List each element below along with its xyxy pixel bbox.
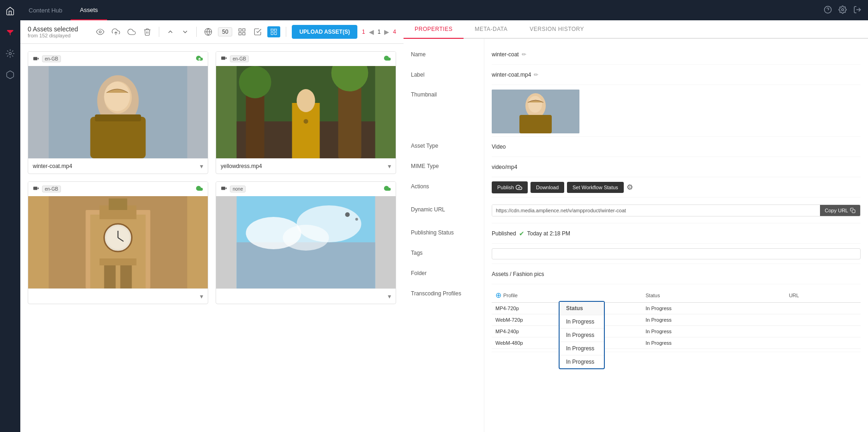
video-type-icon <box>33 55 39 63</box>
table-row: WebM-720p In Progress <box>492 314 861 326</box>
video-type-icon <box>221 185 227 193</box>
label-edit-icon[interactable]: ✏ <box>534 72 538 78</box>
add-profile-button[interactable]: ⊕ <box>495 291 501 300</box>
folder-row: Assets / Fashion pics <box>492 264 861 284</box>
tab-metadata[interactable]: META-DATA <box>464 20 518 39</box>
assets-tab[interactable]: Assets <box>71 0 107 20</box>
cloud-upload-icon <box>384 54 391 63</box>
asset-card[interactable]: en-GB yellowdress. <box>216 51 396 174</box>
toolbar-divider <box>159 27 159 37</box>
url-input-group: Copy URL <box>492 204 861 216</box>
svg-marker-38 <box>37 187 39 190</box>
asset-card-footer: winter-coat.mp4 ▾ <box>28 158 208 174</box>
help-icon[interactable] <box>824 6 832 15</box>
globe-icon[interactable] <box>202 26 214 38</box>
dropdown-item-3[interactable]: In Progress <box>560 342 604 355</box>
dropdown-item-4[interactable]: In Progress <box>560 355 604 368</box>
expand-icon[interactable]: ▾ <box>388 162 391 170</box>
svg-point-24 <box>104 82 130 111</box>
svg-rect-65 <box>852 210 856 213</box>
url-input[interactable] <box>492 205 820 216</box>
thumbnail-label: Thumbnail <box>404 85 484 136</box>
col-header-url: URL <box>785 288 861 303</box>
label-value: winter-coat.mp4 <box>492 72 531 78</box>
prev-page-btn[interactable]: ◀ <box>367 27 376 36</box>
tab-version-history[interactable]: VERSION HISTORY <box>518 20 595 39</box>
status-dropdown-popup: Status In Progress In Progress In Progre… <box>559 301 605 369</box>
svg-point-58 <box>345 212 350 217</box>
asset-type-row: Video <box>492 137 861 157</box>
delete-icon[interactable] <box>141 26 153 38</box>
label-label: Label <box>404 65 484 85</box>
download-button[interactable]: Download <box>530 182 564 193</box>
view-icon[interactable] <box>94 26 106 38</box>
status-cell: In Progress <box>642 314 785 326</box>
sidebar-box-icon[interactable] <box>4 68 17 81</box>
asset-card[interactable]: none ▾ <box>216 181 396 304</box>
locale-badge: en-GB <box>42 186 61 192</box>
workflow-button[interactable]: Set Workflow Status <box>567 182 624 193</box>
col-header-profile: ⊕ Profile <box>492 288 642 303</box>
col-header-status: Status <box>642 288 785 303</box>
publishing-status-row: Published ✔ Today at 2:18 PM <box>492 223 861 244</box>
upload-icon[interactable] <box>110 26 122 38</box>
asset-card[interactable]: en-GB winter-coat.mp4 ▾ <box>28 51 208 174</box>
dynamic-url-row: Copy URL <box>492 198 861 223</box>
tags-row <box>492 244 861 264</box>
dropdown-item-2[interactable]: In Progress <box>560 329 604 342</box>
check-icon[interactable] <box>252 26 264 38</box>
published-status: Published ✔ Today at 2:18 PM <box>492 230 570 237</box>
url-cell <box>785 303 861 314</box>
next-page-btn[interactable]: ▶ <box>382 27 391 36</box>
gear-button[interactable]: ⚙ <box>627 183 633 192</box>
asset-card-header: en-GB <box>216 52 396 66</box>
signout-icon[interactable] <box>853 6 862 15</box>
expand-icon[interactable]: ▾ <box>200 162 203 170</box>
per-page-badge[interactable]: 50 <box>218 27 232 36</box>
assets-grid: en-GB winter-coat.mp4 ▾ <box>20 44 404 432</box>
asset-card-footer: ▾ <box>216 288 396 304</box>
right-panel: PROPERTIES ✕ PROPERTIES META-DATA VERSIO… <box>404 0 868 432</box>
asset-thumbnail <box>216 66 396 158</box>
cloud-icon[interactable] <box>126 26 138 38</box>
sidebar-tools-icon[interactable] <box>4 47 17 60</box>
svg-rect-23 <box>90 117 146 158</box>
table-row: WebM-480p In Progress <box>492 337 861 349</box>
sidebar-home-icon[interactable] <box>4 5 17 18</box>
selected-count: 0 Assets selected <box>28 25 90 33</box>
tags-input[interactable] <box>492 248 861 259</box>
expand-icon[interactable]: ▾ <box>388 293 391 300</box>
sidebar-filter-icon[interactable] <box>4 26 17 39</box>
mime-type-value: video/mp4 <box>492 164 517 170</box>
svg-rect-16 <box>275 32 277 35</box>
dropdown-item-1[interactable]: In Progress <box>560 315 604 329</box>
grid-icon[interactable] <box>236 26 248 38</box>
asset-thumbnail <box>216 196 396 288</box>
thumbnail-image <box>492 90 579 133</box>
publish-button[interactable]: Publish <box>492 181 528 193</box>
sort-up-icon[interactable] <box>165 26 176 37</box>
asset-thumbnail <box>28 196 208 288</box>
dynamic-url-label: Dynamic URL <box>404 197 484 222</box>
status-cell: In Progress <box>642 303 785 314</box>
actions-label: Actions <box>404 176 484 197</box>
settings-icon[interactable] <box>838 6 847 15</box>
select-all-icon[interactable] <box>267 26 280 37</box>
svg-point-59 <box>356 218 358 221</box>
page-total: 4 <box>393 29 396 35</box>
svg-rect-26 <box>221 57 225 60</box>
transcoding-label: Transcoding Profiles <box>404 283 484 304</box>
publishing-status-label: Publishing Status <box>404 222 484 243</box>
publish-label: Publish <box>497 185 514 190</box>
name-edit-icon[interactable]: ✏ <box>522 51 526 58</box>
svg-point-31 <box>239 66 271 98</box>
video-type-icon <box>221 55 227 63</box>
table-row: MP4-240p In Progress <box>492 326 861 337</box>
asset-card[interactable]: en-GB <box>28 181 208 304</box>
sort-down-icon[interactable] <box>180 26 191 37</box>
upload-assets-button[interactable]: UPLOAD ASSET(S) <box>292 25 357 39</box>
published-text: Published <box>492 230 516 237</box>
expand-icon[interactable]: ▾ <box>200 293 203 300</box>
tab-properties[interactable]: PROPERTIES <box>404 20 464 39</box>
copy-url-button[interactable]: Copy URL <box>820 205 860 216</box>
